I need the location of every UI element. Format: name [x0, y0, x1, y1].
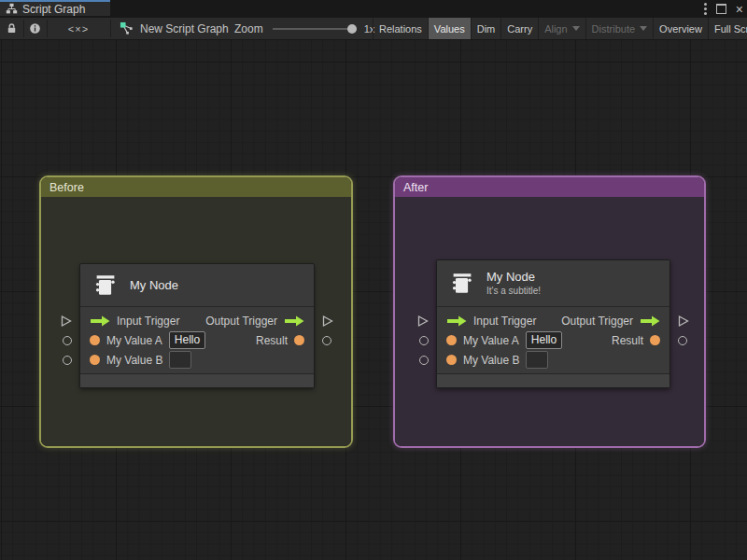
flow-input-port[interactable] [446, 315, 467, 327]
tab-script-graph[interactable]: Script Graph [0, 0, 110, 16]
external-value-output-port[interactable] [322, 336, 331, 345]
port-label: My Value A [463, 334, 519, 347]
node-header[interactable]: My Node [80, 264, 314, 307]
values-button[interactable]: Values [428, 18, 471, 39]
overview-button[interactable]: Overview [653, 18, 708, 39]
graph-canvas[interactable]: Before After My Node [0, 40, 747, 560]
external-flow-output-port[interactable] [322, 315, 333, 327]
group-after-header[interactable]: After [395, 177, 704, 197]
port-row: My Value A Hello Result [80, 330, 314, 350]
value-input-port[interactable] [90, 335, 100, 345]
port-label: Input Trigger [473, 315, 536, 328]
lock-icon [6, 22, 18, 35]
node-footer [437, 373, 669, 387]
zoom-control: Zoom 1x [234, 18, 374, 39]
tab-title: Script Graph [22, 3, 85, 16]
value-input-port[interactable] [446, 355, 457, 365]
external-value-input-port[interactable] [419, 356, 429, 365]
value-output-port[interactable] [650, 335, 660, 345]
dim-button[interactable]: Dim [471, 18, 501, 39]
flow-output-port[interactable] [640, 315, 660, 327]
port-row: My Value B [80, 350, 314, 370]
port-row: Input Trigger Output Trigger [437, 311, 669, 330]
external-flow-output-port[interactable] [678, 315, 689, 327]
flow-input-port[interactable] [90, 315, 110, 327]
new-graph-icon [120, 21, 134, 35]
graph-name-label: New Script Graph [140, 22, 229, 35]
group-before-header[interactable]: Before [41, 177, 351, 197]
node-my-node-after[interactable]: My Node It's a subtitle! Input Trigger O… [436, 259, 670, 388]
info-icon [29, 22, 41, 35]
value-a-input-field[interactable]: Hello [526, 331, 562, 349]
zoom-label: Zoom [234, 22, 263, 35]
carry-button[interactable]: Carry [500, 18, 538, 39]
port-label: Input Trigger [117, 315, 179, 328]
node-header[interactable]: My Node It's a subtitle! [437, 260, 669, 307]
lock-button[interactable] [0, 18, 23, 39]
node-my-node-before[interactable]: My Node Input Trigger Output Trigger [79, 263, 315, 388]
external-value-input-port[interactable] [419, 336, 429, 345]
zoom-slider[interactable] [273, 28, 357, 30]
window-menu-icon[interactable] [704, 3, 707, 15]
code-button[interactable]: <×> [48, 18, 109, 39]
value-b-input-field[interactable] [169, 351, 191, 369]
graph-toolbar: <×> New Script Graph Zoom 1x Relations V… [0, 18, 747, 40]
relations-button[interactable]: Relations [373, 18, 428, 39]
value-a-input-field[interactable]: Hello [169, 331, 205, 349]
code-icon: <×> [68, 23, 89, 35]
unit-icon [92, 272, 120, 300]
view-buttons: Relations Values Dim Carry Align Distrib… [373, 18, 747, 39]
group-title: After [403, 181, 428, 194]
node-subtitle: It's a subtitle! [486, 286, 541, 297]
window-maximize-icon[interactable] [716, 4, 726, 14]
group-title: Before [49, 181, 84, 194]
zoom-slider-knob[interactable] [347, 24, 357, 34]
node-title: My Node [486, 270, 541, 284]
tab-strip: Script Graph × [0, 0, 747, 18]
port-label: Result [256, 334, 288, 347]
port-row: Input Trigger Output Trigger [80, 311, 314, 330]
port-label: Output Trigger [561, 315, 633, 328]
graph-hierarchy-icon [6, 3, 18, 15]
value-output-port[interactable] [294, 335, 304, 345]
value-b-input-field[interactable] [526, 351, 548, 369]
fullscreen-button[interactable]: Full Screen [708, 18, 747, 39]
chevron-down-icon [572, 26, 580, 31]
port-row: My Value A Hello Result [437, 330, 669, 350]
external-flow-input-port[interactable] [61, 315, 72, 327]
value-input-port[interactable] [446, 335, 457, 345]
unit-icon [448, 270, 476, 298]
port-label: Result [612, 334, 643, 347]
chevron-down-icon [640, 26, 647, 31]
info-button[interactable] [24, 18, 46, 39]
window-close-icon[interactable]: × [736, 3, 743, 16]
flow-output-port[interactable] [284, 315, 304, 327]
align-dropdown[interactable]: Align [538, 18, 585, 39]
value-input-port[interactable] [90, 355, 100, 365]
port-label: Output Trigger [205, 315, 277, 328]
graph-title-button[interactable]: New Script Graph [120, 18, 229, 39]
port-label: My Value B [463, 354, 519, 367]
port-label: My Value B [106, 354, 162, 367]
port-label: My Value A [106, 334, 162, 347]
node-title: My Node [130, 278, 178, 292]
external-flow-input-port[interactable] [417, 315, 429, 327]
port-row: My Value B [437, 350, 669, 370]
external-value-output-port[interactable] [678, 336, 687, 345]
external-value-input-port[interactable] [63, 356, 72, 365]
distribute-dropdown[interactable]: Distribute [585, 18, 653, 39]
node-footer [80, 373, 314, 387]
external-value-input-port[interactable] [63, 336, 72, 345]
